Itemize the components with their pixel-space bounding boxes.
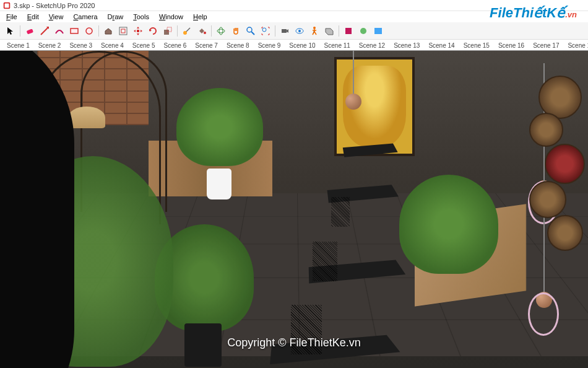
svg-point-4 bbox=[86, 28, 92, 34]
offset-tool-icon[interactable] bbox=[116, 24, 130, 38]
wall-basket-decor bbox=[520, 76, 588, 249]
look-around-tool-icon[interactable] bbox=[293, 24, 306, 38]
line-tool-icon[interactable] bbox=[38, 24, 51, 38]
svg-point-14 bbox=[247, 27, 252, 32]
zoom-tool-icon[interactable] bbox=[244, 24, 257, 38]
toolbar-separator bbox=[339, 25, 339, 37]
toolbar-separator bbox=[177, 25, 178, 37]
svg-rect-7 bbox=[137, 30, 139, 32]
toolbar-separator bbox=[20, 25, 20, 37]
foreground-arch-silhouette bbox=[0, 51, 74, 368]
arc-tool-icon[interactable] bbox=[53, 24, 66, 38]
pendant-light bbox=[353, 51, 354, 100]
svg-rect-1 bbox=[5, 3, 9, 7]
svg-rect-5 bbox=[119, 27, 127, 35]
menu-file[interactable]: File bbox=[1, 12, 22, 22]
woven-basket-icon bbox=[547, 215, 583, 251]
menu-window[interactable]: Window bbox=[154, 12, 188, 22]
components-tool-icon[interactable] bbox=[342, 24, 355, 38]
pushpull-tool-icon[interactable] bbox=[102, 24, 115, 38]
rectangle-tool-icon[interactable] bbox=[67, 24, 81, 38]
scene-tab-12[interactable]: Scene 12 bbox=[355, 40, 389, 50]
section-plane-tool-icon[interactable] bbox=[322, 24, 336, 38]
scene-tab-14[interactable]: Scene 14 bbox=[424, 40, 459, 50]
wall-painting bbox=[334, 57, 415, 156]
fern-plant bbox=[399, 175, 498, 274]
svg-rect-16 bbox=[282, 29, 287, 33]
eraser-tool-icon[interactable] bbox=[23, 24, 37, 38]
tape-measure-tool-icon[interactable] bbox=[180, 24, 194, 38]
scene-tab-17[interactable]: Scene 17 bbox=[529, 40, 563, 50]
svg-point-13 bbox=[219, 27, 223, 35]
scene-tab-16[interactable]: Scene 16 bbox=[494, 40, 529, 50]
scene-tab-5[interactable]: Scene 5 bbox=[128, 40, 160, 50]
scene-tab-11[interactable]: Scene 11 bbox=[320, 40, 355, 50]
scene-tabs: Scene 1Scene 2Scene 3Scene 4Scene 5Scene… bbox=[0, 40, 588, 51]
svg-point-12 bbox=[217, 29, 225, 33]
move-tool-icon[interactable] bbox=[131, 24, 145, 38]
svg-point-15 bbox=[262, 28, 266, 32]
scene-tab-13[interactable]: Scene 13 bbox=[389, 40, 424, 50]
svg-point-11 bbox=[204, 32, 206, 34]
orbit-tool-icon[interactable] bbox=[214, 24, 228, 38]
scene-tab-1[interactable]: Scene 1 bbox=[2, 40, 34, 50]
rotate-tool-icon[interactable] bbox=[146, 24, 160, 38]
zoom-extents-tool-icon[interactable] bbox=[259, 24, 272, 38]
wire-chair bbox=[291, 305, 322, 354]
scene-tab-10[interactable]: Scene 10 bbox=[285, 40, 319, 50]
svg-rect-20 bbox=[345, 28, 352, 34]
toolbar-separator bbox=[275, 25, 275, 37]
scene-tab-8[interactable]: Scene 8 bbox=[222, 40, 254, 50]
scale-tool-icon[interactable] bbox=[161, 24, 175, 38]
svg-rect-22 bbox=[374, 28, 382, 34]
position-camera-tool-icon[interactable] bbox=[278, 24, 292, 38]
title-text: 3.skp - SketchUp Pro 2020 bbox=[14, 2, 95, 9]
rattan-pendant-lamp bbox=[68, 107, 105, 128]
menu-tools[interactable]: Tools bbox=[128, 12, 154, 22]
walk-tool-icon[interactable] bbox=[308, 24, 321, 38]
toolbar-separator bbox=[211, 25, 212, 37]
woven-basket-icon bbox=[529, 181, 566, 218]
materials-tool-icon[interactable] bbox=[357, 24, 370, 38]
circle-tool-icon[interactable] bbox=[82, 24, 96, 38]
svg-rect-3 bbox=[71, 28, 78, 33]
select-tool-icon[interactable] bbox=[4, 24, 17, 38]
svg-point-19 bbox=[313, 27, 316, 29]
menu-edit[interactable]: Edit bbox=[22, 12, 44, 22]
scene-tab-15[interactable]: Scene 15 bbox=[459, 40, 494, 50]
app-icon bbox=[2, 1, 11, 10]
paint-bucket-tool-icon[interactable] bbox=[195, 24, 209, 38]
woven-basket-icon bbox=[545, 144, 585, 184]
svg-rect-8 bbox=[164, 30, 169, 35]
menu-draw[interactable]: Draw bbox=[103, 12, 129, 22]
pan-tool-icon[interactable] bbox=[229, 24, 243, 38]
menu-camera[interactable]: Camera bbox=[68, 12, 102, 22]
scene-tab-7[interactable]: Scene 7 bbox=[191, 40, 222, 50]
menu-view[interactable]: View bbox=[44, 12, 69, 22]
svg-point-18 bbox=[298, 30, 301, 32]
scene-tab-4[interactable]: Scene 4 bbox=[97, 40, 128, 50]
scene-tab-9[interactable]: Scene 9 bbox=[254, 40, 285, 50]
scene-tab-6[interactable]: Scene 6 bbox=[160, 40, 191, 50]
3d-viewport[interactable]: Copyright © FileThietKe.vn bbox=[0, 51, 588, 368]
site-logo-watermark: FileThiếtKế.vn bbox=[490, 5, 577, 21]
main-toolbar bbox=[0, 22, 588, 40]
scene-tab-3[interactable]: Scene 3 bbox=[65, 40, 97, 50]
svg-rect-2 bbox=[27, 28, 33, 34]
woven-basket-icon bbox=[529, 113, 563, 147]
toolbar-separator bbox=[98, 25, 99, 37]
wire-chair bbox=[313, 242, 337, 281]
scene-tab-2[interactable]: Scene 2 bbox=[34, 40, 66, 50]
menu-help[interactable]: Help bbox=[188, 12, 212, 22]
wire-chair bbox=[331, 197, 350, 227]
styles-tool-icon[interactable] bbox=[371, 24, 385, 38]
scene-tab-18[interactable]: Scene 18 bbox=[563, 40, 588, 50]
fiddle-leaf-plant bbox=[176, 88, 263, 199]
svg-point-21 bbox=[360, 28, 366, 34]
svg-rect-6 bbox=[121, 29, 125, 33]
